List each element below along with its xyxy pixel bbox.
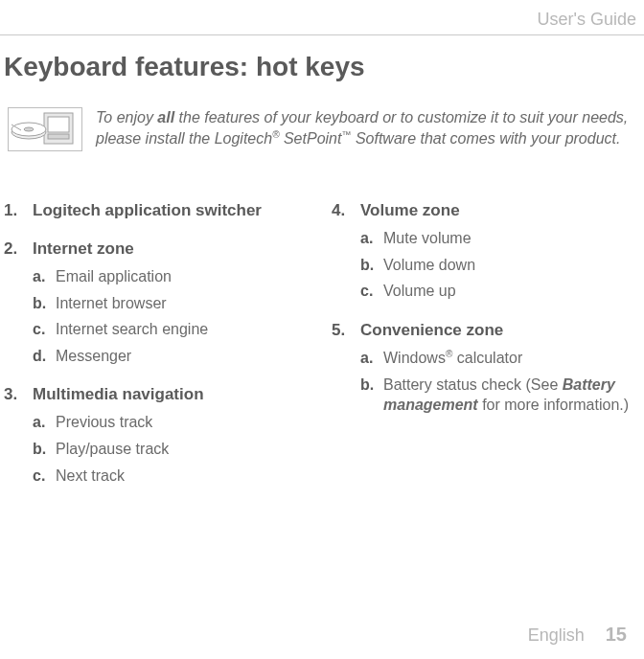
list-item: b. Play/pause track [33,439,312,460]
item-letter: a. [33,266,56,287]
section-title: Convenience zone [360,321,503,340]
page-title: Keyboard features: hot keys [4,52,365,82]
section-number: 5. [332,321,360,340]
section-title: Volume zone [360,201,460,220]
list-item: b. Internet browser [33,293,312,314]
item-letter: c. [360,281,383,302]
section-5: 5. Convenience zone a. Windows® calculat… [332,321,640,416]
item-text: Volume down [383,255,475,276]
intro-text-post2: SetPoint [280,130,342,147]
section-number: 2. [4,239,33,259]
list-item: b. Battery status check (See Battery man… [360,375,640,416]
document-type-label: User's Guide [538,10,636,30]
item-letter: c. [33,319,56,340]
item-letter: a. [360,348,383,369]
page: User's Guide Keyboard features: hot keys… [0,0,644,659]
left-column: 1. Logitech application switcher 2. Inte… [4,201,312,505]
section-number: 1. [4,201,33,220]
item-text: Next track [56,466,125,487]
item-letter: d. [33,346,56,367]
list-item: a. Mute volume [360,228,640,249]
page-footer: English 15 [528,624,627,646]
item-letter: a. [360,228,383,249]
item-text: Email application [56,266,172,287]
list-item: a. Email application [33,266,312,287]
intro-text-tm: ™ [341,129,351,140]
intro-text-strong: all [157,109,174,125]
list-item: c. Volume up [360,281,640,302]
item-letter: c. [33,466,56,487]
section-number: 3. [4,385,33,404]
item-text: Previous track [56,412,152,433]
header-divider [0,34,644,35]
item-text: Internet browser [56,293,167,314]
item-letter: b. [360,375,383,396]
item-letter: b. [360,255,383,276]
section-1: 1. Logitech application switcher [4,201,312,220]
list-item: b. Volume down [360,255,640,276]
computer-illustration-icon [8,107,82,151]
section-4: 4. Volume zone a. Mute volume b. Volume … [332,201,640,302]
list-item: c. Internet search engine [33,319,312,340]
right-column: 4. Volume zone a. Mute volume b. Volume … [332,201,640,505]
intro-text-post3: Software that comes with your product. [351,130,620,147]
item-text: Messenger [56,346,131,367]
section-title: Multimedia navigation [33,385,204,404]
section-2: 2. Internet zone a. Email application b.… [4,239,312,366]
item-letter: b. [33,439,56,460]
svg-rect-2 [48,117,69,132]
intro-text-pre: To enjoy [96,109,157,125]
list-item: a. Previous track [33,412,312,433]
item-text: Battery status check (See Battery manage… [383,375,640,416]
section-title: Internet zone [33,239,134,259]
list-item: a. Windows® calculator [360,348,640,369]
item-text: Windows® calculator [383,348,522,369]
intro-block: To enjoy all the features of your keyboa… [8,107,631,151]
section-title: Logitech application switcher [33,201,262,220]
item-text: Internet search engine [56,319,208,340]
item-text: Play/pause track [56,439,169,460]
list-item: c. Next track [33,466,312,487]
content-columns: 1. Logitech application switcher 2. Inte… [4,201,640,505]
footer-language: English [528,625,585,646]
footer-page-number: 15 [606,624,627,646]
svg-rect-3 [48,134,69,139]
item-text: Volume up [383,281,456,302]
item-letter: a. [33,412,56,433]
item-letter: b. [33,293,56,314]
section-3: 3. Multimedia navigation a. Previous tra… [4,385,312,486]
svg-point-6 [24,127,34,131]
section-number: 4. [332,201,360,220]
intro-text-reg: ® [272,129,279,140]
intro-text: To enjoy all the features of your keyboa… [96,107,631,149]
item-text: Mute volume [383,228,472,249]
list-item: d. Messenger [33,346,312,367]
